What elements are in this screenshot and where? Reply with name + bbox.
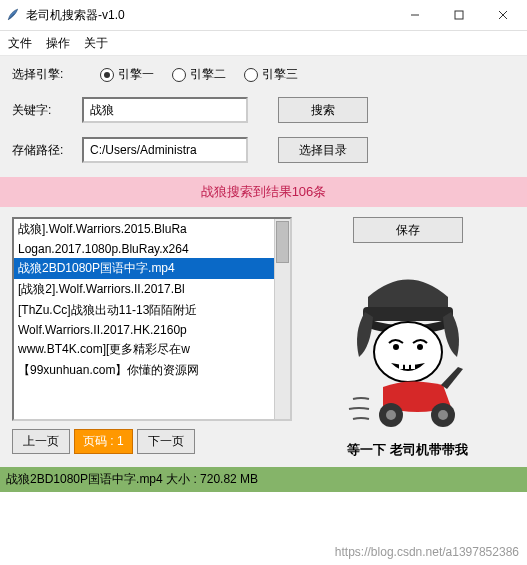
main-area: 战狼].Wolf.Warriors.2015.BluRaLogan.2017.1… bbox=[12, 217, 515, 459]
menu-operation[interactable]: 操作 bbox=[46, 35, 70, 52]
pager: 上一页 页码 : 1 下一页 bbox=[12, 429, 292, 454]
app-icon bbox=[6, 8, 20, 22]
keyword-input[interactable] bbox=[82, 97, 248, 123]
right-column: 保存 bbox=[300, 217, 515, 459]
radio-label: 引擎一 bbox=[118, 66, 154, 83]
list-item[interactable]: www.BT4K.com][更多精彩尽在w bbox=[14, 339, 275, 360]
radio-icon bbox=[100, 68, 114, 82]
engine-option-3[interactable]: 引擎三 bbox=[244, 66, 298, 83]
svg-rect-10 bbox=[405, 363, 409, 369]
svg-rect-2 bbox=[455, 11, 463, 19]
engine-radio-group: 引擎一 引擎二 引擎三 bbox=[100, 66, 298, 83]
engine-label: 选择引擎: bbox=[12, 66, 82, 83]
meme-image bbox=[323, 257, 493, 437]
list-item[interactable]: 战狼2BD1080P国语中字.mp4 bbox=[14, 258, 275, 279]
search-button[interactable]: 搜索 bbox=[278, 97, 368, 123]
menu-file[interactable]: 文件 bbox=[8, 35, 32, 52]
path-input[interactable] bbox=[82, 137, 248, 163]
engine-row: 选择引擎: 引擎一 引擎二 引擎三 bbox=[12, 66, 515, 83]
meme-caption: 等一下 老司机带带我 bbox=[347, 441, 468, 459]
svg-point-6 bbox=[374, 322, 442, 382]
svg-point-15 bbox=[438, 410, 448, 420]
list-item[interactable]: Logan.2017.1080p.BluRay.x264 bbox=[14, 240, 275, 258]
page-number-label: 页码 : 1 bbox=[74, 429, 133, 454]
list-item[interactable]: 战狼].Wolf.Warriors.2015.BluRa bbox=[14, 219, 275, 240]
minimize-button[interactable] bbox=[393, 2, 437, 28]
prev-page-button[interactable]: 上一页 bbox=[12, 429, 70, 454]
next-page-button[interactable]: 下一页 bbox=[137, 429, 195, 454]
keyword-row: 关键字: 搜索 bbox=[12, 97, 515, 123]
svg-rect-9 bbox=[399, 363, 403, 369]
result-listbox[interactable]: 战狼].Wolf.Warriors.2015.BluRaLogan.2017.1… bbox=[12, 217, 292, 421]
watermark: https://blog.csdn.net/a1397852386 bbox=[335, 545, 519, 559]
path-label: 存储路径: bbox=[12, 142, 82, 159]
radio-icon bbox=[244, 68, 258, 82]
scrollbar-thumb[interactable] bbox=[276, 221, 289, 263]
svg-rect-5 bbox=[363, 307, 453, 321]
list-item[interactable]: 【99xunhuan.com】你懂的资源网 bbox=[14, 360, 275, 381]
svg-point-13 bbox=[386, 410, 396, 420]
engine-option-2[interactable]: 引擎二 bbox=[172, 66, 226, 83]
listbox-scrollbar[interactable] bbox=[274, 219, 290, 419]
save-button[interactable]: 保存 bbox=[353, 217, 463, 243]
menubar: 文件 操作 关于 bbox=[0, 31, 527, 56]
engine-option-1[interactable]: 引擎一 bbox=[100, 66, 154, 83]
radio-label: 引擎二 bbox=[190, 66, 226, 83]
window-title: 老司机搜索器-v1.0 bbox=[26, 7, 125, 24]
menu-about[interactable]: 关于 bbox=[84, 35, 108, 52]
svg-point-7 bbox=[393, 344, 399, 350]
titlebar: 老司机搜索器-v1.0 bbox=[0, 0, 527, 31]
browse-button[interactable]: 选择目录 bbox=[278, 137, 368, 163]
list-item[interactable]: [战狼2].Wolf.Warriors.II.2017.Bl bbox=[14, 279, 275, 300]
left-column: 战狼].Wolf.Warriors.2015.BluRaLogan.2017.1… bbox=[12, 217, 292, 459]
status-bar: 战狼2BD1080P国语中字.mp4 大小 : 720.82 MB bbox=[0, 467, 527, 492]
radio-label: 引擎三 bbox=[262, 66, 298, 83]
close-button[interactable] bbox=[481, 2, 525, 28]
maximize-button[interactable] bbox=[437, 2, 481, 28]
content-area: 选择引擎: 引擎一 引擎二 引擎三 关键字: 搜索 存储路径: 选择目录 战狼搜… bbox=[0, 56, 527, 467]
radio-icon bbox=[172, 68, 186, 82]
list-item[interactable]: Wolf.Warriors.II.2017.HK.2160p bbox=[14, 321, 275, 339]
list-item[interactable]: [ThZu.Cc]战狼出动11-13陌陌附近 bbox=[14, 300, 275, 321]
svg-rect-11 bbox=[411, 363, 415, 369]
result-banner: 战狼搜索到结果106条 bbox=[0, 177, 527, 207]
keyword-label: 关键字: bbox=[12, 102, 82, 119]
path-row: 存储路径: 选择目录 bbox=[12, 137, 515, 163]
svg-point-8 bbox=[417, 344, 423, 350]
